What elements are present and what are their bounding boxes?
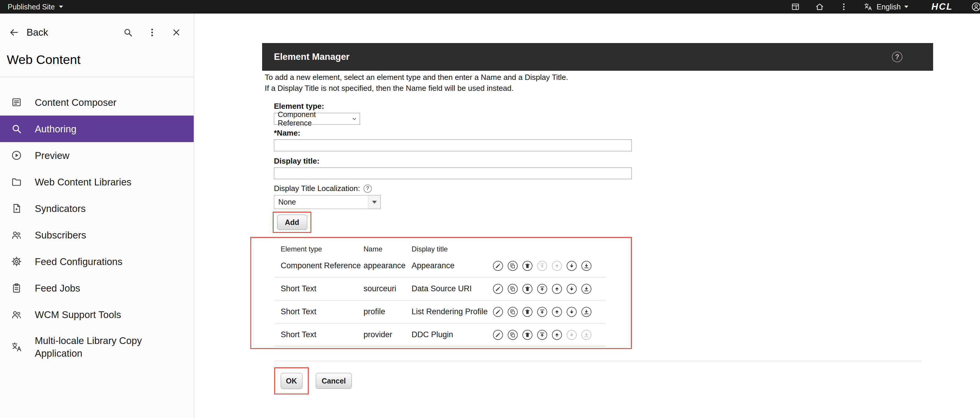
move-down-button[interactable] — [566, 307, 577, 317]
row-actions — [493, 323, 592, 346]
delete-button[interactable] — [522, 261, 533, 271]
annotation-box-table: Element type Name Display title Componen… — [250, 237, 632, 349]
sidebar-item-multi-locale-library-copy-application[interactable]: Multi-locale Library Copy Application — [0, 328, 194, 366]
sidebar: Back Web Content Content Composer Author… — [0, 14, 194, 418]
cancel-button[interactable]: Cancel — [316, 373, 352, 389]
move-up-button[interactable] — [552, 307, 562, 317]
move-bottom-button[interactable] — [581, 307, 592, 317]
copy-button[interactable] — [508, 307, 518, 317]
name-field[interactable] — [274, 140, 632, 151]
move-down-button[interactable] — [566, 261, 577, 271]
column-header-element-type: Element type — [281, 245, 322, 253]
localization-label-row: Display Title Localization: ? — [274, 184, 372, 193]
document-play-icon — [11, 202, 22, 214]
kebab-menu-icon[interactable] — [146, 27, 158, 38]
row-actions — [493, 254, 592, 277]
back-button[interactable]: Back — [9, 27, 48, 38]
add-button[interactable]: Add — [277, 215, 307, 230]
edit-button[interactable] — [493, 330, 503, 340]
delete-button[interactable] — [522, 284, 533, 294]
edit-button[interactable] — [493, 261, 503, 271]
home-icon[interactable] — [815, 2, 825, 12]
delete-button[interactable] — [522, 330, 533, 340]
gear-icon — [11, 256, 22, 267]
kebab-menu-icon[interactable] — [839, 2, 849, 12]
move-top-button[interactable] — [537, 330, 547, 340]
table-row: Short Text profile List Rendering Profil… — [275, 300, 606, 323]
sidebar-item-subscribers[interactable]: Subscribers — [0, 222, 194, 248]
move-down-button[interactable] — [566, 284, 577, 294]
arrow-to-bottom-icon — [584, 332, 589, 338]
column-header-display-title: Display title — [412, 245, 448, 253]
question-circle-icon[interactable]: ? — [892, 52, 902, 62]
sidebar-item-authoring[interactable]: Authoring — [0, 116, 194, 142]
delete-button[interactable] — [522, 307, 533, 317]
main-content: Element Manager ? To add a new element, … — [194, 14, 980, 418]
topbar-actions: English HCL — [791, 2, 977, 12]
arrow-to-top-icon — [539, 309, 545, 315]
sidebar-item-web-content-libraries[interactable]: Web Content Libraries — [0, 168, 194, 195]
move-up-button[interactable] — [552, 284, 562, 294]
arrow-down-icon — [569, 286, 574, 292]
sidebar-heading: Web Content — [7, 52, 194, 67]
play-circle-icon — [11, 149, 22, 161]
display-title-field[interactable] — [274, 167, 632, 179]
instruction-line-1: To add a new element, select an element … — [265, 72, 568, 83]
sidebar-item-label: Content Composer — [35, 96, 116, 109]
translate-icon — [863, 2, 873, 12]
cell-element-type: Short Text — [281, 300, 317, 323]
column-header-name: Name — [364, 245, 382, 253]
copy-button[interactable] — [508, 261, 518, 271]
table-row: Short Text sourceuri Data Source URI — [275, 277, 606, 300]
sidebar-item-label: Subscribers — [35, 229, 86, 242]
localization-select[interactable]: None — [274, 195, 380, 209]
element-type-select[interactable]: Component Reference — [274, 113, 360, 125]
row-actions — [493, 300, 592, 323]
move-top-button[interactable] — [537, 261, 547, 271]
question-circle-icon[interactable]: ? — [364, 184, 372, 193]
sidebar-item-content-composer[interactable]: Content Composer — [0, 89, 194, 116]
sidebar-item-syndicators[interactable]: Syndicators — [0, 195, 194, 222]
table-row: Short Text provider DDC Plugin — [275, 323, 606, 346]
move-bottom-button[interactable] — [581, 330, 592, 340]
search-icon[interactable] — [123, 27, 134, 38]
move-up-button[interactable] — [552, 261, 562, 271]
move-down-button[interactable] — [566, 330, 577, 340]
localization-value: None — [274, 195, 368, 209]
move-top-button[interactable] — [537, 284, 547, 294]
grid-icon[interactable] — [791, 2, 800, 12]
ok-button[interactable]: OK — [281, 373, 302, 389]
annotation-box-add: Add — [273, 211, 311, 233]
cell-display-title: DDC Plugin — [412, 323, 453, 346]
translate-icon — [11, 341, 22, 353]
sidebar-item-label: Multi-locale Library Copy Application — [35, 334, 173, 360]
sidebar-item-label: Authoring — [35, 122, 76, 135]
sidebar-item-preview[interactable]: Preview — [0, 142, 194, 168]
sidebar-item-feed-jobs[interactable]: Feed Jobs — [0, 275, 194, 301]
move-up-button[interactable] — [552, 330, 562, 340]
copy-button[interactable] — [508, 284, 518, 294]
move-bottom-button[interactable] — [581, 261, 592, 271]
edit-button[interactable] — [493, 284, 503, 294]
people-icon — [11, 308, 22, 320]
cell-name: appearance — [364, 254, 406, 277]
divider — [0, 77, 194, 77]
topbar: Published Site English HCL — [0, 0, 980, 14]
instructions: To add a new element, select an element … — [265, 72, 568, 94]
cell-display-title: List Rendering Profile — [412, 300, 488, 323]
language-selector[interactable]: English — [863, 2, 908, 12]
profile-icon[interactable] — [971, 2, 980, 12]
close-icon[interactable] — [171, 27, 182, 38]
edit-button[interactable] — [493, 307, 503, 317]
move-top-button[interactable] — [537, 307, 547, 317]
sidebar-item-label: Feed Jobs — [35, 282, 80, 294]
pencil-icon — [495, 332, 501, 338]
copy-button[interactable] — [508, 330, 518, 340]
sidebar-item-feed-configurations[interactable]: Feed Configurations — [0, 248, 194, 275]
site-selector-dropdown[interactable]: Published Site — [8, 3, 63, 11]
copy-icon — [510, 286, 515, 292]
cell-element-type: Short Text — [281, 323, 317, 346]
sidebar-item-wcm-support-tools[interactable]: WCM Support Tools — [0, 301, 194, 328]
move-bottom-button[interactable] — [581, 284, 592, 294]
name-label: *Name: — [274, 129, 301, 138]
